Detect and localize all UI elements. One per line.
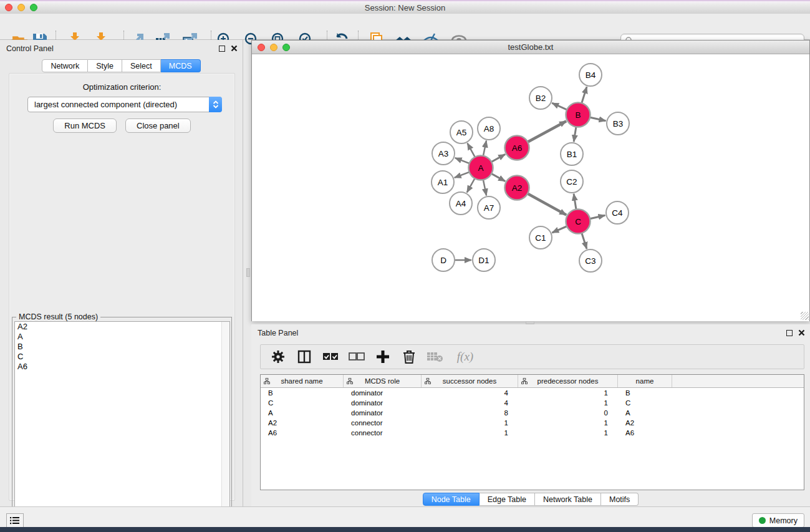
cell-name: B: [618, 388, 672, 398]
table-panel: Table Panel f(x) shared nameMCDS rol: [251, 324, 810, 506]
cell-MCDS-role: connector: [344, 418, 422, 428]
cell-successor-nodes: 1: [422, 418, 518, 428]
cell-successor-nodes: 1: [422, 428, 518, 438]
zoom-window-button[interactable]: [30, 4, 37, 11]
graph-node-label-C4: C4: [612, 208, 623, 218]
table-tabs: Node TableEdge TableNetwork TableMotifs: [251, 493, 810, 506]
mcds-result-list[interactable]: A2ABCA6: [14, 321, 230, 530]
deselect-all-icon[interactable]: [348, 348, 365, 365]
column-view-icon[interactable]: [296, 348, 313, 365]
resize-grip-icon[interactable]: [801, 312, 809, 320]
cell-successor-nodes: 4: [422, 398, 518, 408]
criterion-dropdown-value: largest connected component (directed): [28, 100, 209, 109]
select-all-checked-icon[interactable]: [322, 348, 339, 365]
table-row[interactable]: A6connector11A6: [261, 428, 804, 438]
graph-node-label-A3: A3: [438, 149, 449, 158]
network-canvas[interactable]: B4B2BB3A8A5A6A3B1AC2A1A2A4A7C4CC1DD1C3: [252, 54, 809, 321]
tab-network[interactable]: Network: [42, 59, 88, 72]
graph-node-label-A8: A8: [484, 124, 494, 133]
table-float-panel-icon[interactable]: [786, 330, 793, 336]
result-list-item[interactable]: A6: [15, 362, 229, 372]
run-mcds-button[interactable]: Run MCDS: [53, 118, 117, 133]
dropdown-stepper-icon: [209, 97, 222, 112]
control-panel: Control Panel NetworkStyleSelectMCDS Opt…: [0, 40, 243, 506]
column-header-predecessor-nodes[interactable]: predecessor nodes: [518, 375, 618, 387]
add-column-icon[interactable]: [374, 348, 392, 365]
network-close-button[interactable]: [258, 44, 265, 51]
column-header-label: successor nodes: [443, 377, 496, 385]
float-panel-icon[interactable]: [219, 46, 225, 52]
tab-motifs[interactable]: Motifs: [601, 493, 639, 506]
network-graph: B4B2BB3A8A5A6A3B1AC2A1A2A4A7C4CC1DD1C3: [252, 54, 809, 321]
result-list-item[interactable]: B: [15, 342, 229, 352]
window-title: Session: New Session: [365, 3, 445, 12]
graph-node-label-C3: C3: [585, 256, 595, 266]
list-icon: [10, 516, 20, 525]
graph-node-label-A: A: [478, 163, 483, 173]
task-history-button[interactable]: [6, 513, 24, 528]
main-toolbar: [0, 14, 810, 40]
vertical-splitter-handle[interactable]: [246, 268, 250, 277]
function-builder-icon: f(x): [453, 348, 478, 365]
column-header-filler: [672, 375, 804, 387]
status-bar: Memory: [0, 506, 810, 527]
network-zoom-button[interactable]: [282, 44, 290, 51]
tab-node-table[interactable]: Node Table: [423, 493, 480, 506]
cell-successor-nodes: 4: [422, 388, 518, 398]
settings-gear-icon[interactable]: [269, 348, 287, 365]
delete-column-icon[interactable]: [400, 348, 418, 365]
close-window-button[interactable]: [5, 4, 12, 11]
graph-node-label-C2: C2: [566, 177, 577, 186]
cell-MCDS-role: dominator: [344, 398, 422, 408]
tab-select[interactable]: Select: [122, 59, 161, 72]
minimize-window-button[interactable]: [17, 4, 25, 11]
cell-name: A2: [618, 418, 672, 428]
desktop-background-strip: [0, 527, 810, 532]
table-row[interactable]: Cdominator41C: [261, 398, 804, 408]
graph-node-label-C1: C1: [535, 233, 546, 243]
column-header-name[interactable]: name: [618, 375, 672, 387]
window-titlebar: Session: New Session: [0, 0, 810, 14]
result-scrollbar[interactable]: [221, 322, 229, 529]
table-row[interactable]: A2connector11A2: [261, 418, 804, 428]
graph-node-label-D: D: [440, 256, 446, 265]
column-header-shared-name[interactable]: shared name: [261, 375, 344, 387]
control-panel-tabs: NetworkStyleSelectMCDS: [0, 59, 243, 72]
cell-MCDS-role: dominator: [344, 388, 422, 398]
column-header-MCDS-role[interactable]: MCDS role: [344, 375, 422, 387]
table-close-panel-icon[interactable]: [798, 329, 805, 336]
memory-button[interactable]: Memory: [752, 513, 804, 528]
cell-shared-name: C: [261, 398, 344, 408]
column-header-label: predecessor nodes: [538, 377, 599, 385]
network-window-title: testGlobe.txt: [508, 42, 554, 52]
table-row[interactable]: Bdominator41B: [261, 388, 804, 398]
column-header-successor-nodes[interactable]: successor nodes: [422, 375, 518, 387]
graph-node-label-A6: A6: [512, 143, 523, 153]
mcds-result-title: MCDS result (5 nodes): [16, 312, 100, 321]
tab-mcds[interactable]: MCDS: [161, 59, 201, 72]
cell-shared-name: B: [261, 388, 344, 398]
cell-predecessor-nodes: 1: [518, 418, 618, 428]
tab-style[interactable]: Style: [88, 59, 122, 72]
memory-label: Memory: [769, 516, 798, 525]
tab-network-table[interactable]: Network Table: [535, 493, 601, 506]
network-minimize-button[interactable]: [270, 44, 277, 51]
graph-node-label-A5: A5: [456, 128, 467, 137]
cell-shared-name: A6: [261, 428, 344, 438]
result-list-item[interactable]: C: [15, 352, 229, 362]
result-list-item[interactable]: A: [15, 332, 229, 342]
result-list-item[interactable]: A2: [15, 322, 229, 332]
table-row[interactable]: Adominator80A: [261, 408, 804, 418]
close-panel-icon[interactable]: [231, 45, 238, 52]
tab-edge-table[interactable]: Edge Table: [480, 493, 535, 506]
graph-node-label-B2: B2: [536, 94, 546, 103]
column-header-label: shared name: [281, 377, 322, 385]
cell-predecessor-nodes: 1: [518, 388, 618, 398]
graph-node-label-B1: B1: [567, 150, 577, 159]
cell-shared-name: A2: [261, 418, 344, 428]
cell-predecessor-nodes: 1: [518, 398, 618, 408]
network-view-window: testGlobe.txt B4B2BB3A8A5A6A3B1AC2A1A2A4…: [251, 40, 810, 321]
close-panel-button[interactable]: Close panel: [125, 118, 191, 133]
criterion-dropdown[interactable]: largest connected component (directed): [27, 97, 222, 112]
cell-successor-nodes: 8: [422, 408, 518, 418]
